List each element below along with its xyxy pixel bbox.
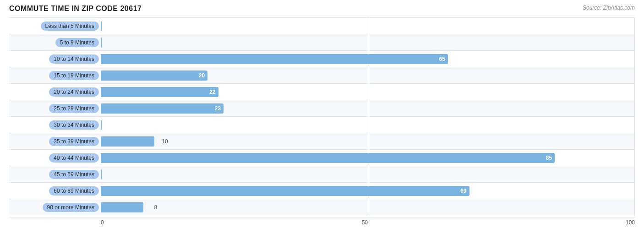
bar-track	[101, 34, 635, 50]
bar-fill	[101, 38, 102, 48]
bar-fill: 20	[101, 71, 207, 81]
bar-row: 30 to 34 Minutes	[9, 116, 635, 133]
bar-value: 69	[460, 188, 466, 194]
bar-track: 22	[101, 84, 635, 100]
bar-label: 60 to 89 Minutes	[49, 186, 99, 196]
bar-label: 10 to 14 Minutes	[49, 54, 99, 64]
bar-value: 10	[162, 138, 168, 145]
chart-title: COMMUTE TIME IN ZIP CODE 20617	[9, 5, 142, 13]
bar-row: 25 to 29 Minutes23	[9, 100, 635, 116]
bar-track: 20	[101, 67, 635, 83]
bar-fill: 10	[101, 136, 154, 147]
bar-track: 10	[101, 133, 635, 149]
bar-fill	[101, 120, 102, 130]
bar-row: 5 to 9 Minutes	[9, 34, 635, 50]
bar-track	[101, 166, 635, 182]
bar-row: 60 to 89 Minutes69	[9, 182, 635, 199]
bar-row: Less than 5 Minutes	[9, 17, 635, 34]
chart-source: Source: ZipAtlas.com	[583, 5, 635, 11]
bar-label: 20 to 24 Minutes	[49, 87, 99, 97]
bar-fill: 8	[101, 202, 143, 212]
bar-row: 90 or more Minutes8	[9, 199, 635, 215]
x-axis-label: 100	[626, 219, 635, 226]
bar-row: 10 to 14 Minutes65	[9, 50, 635, 67]
bar-label: 5 to 9 Minutes	[55, 38, 99, 47]
bar-fill: 69	[101, 186, 469, 196]
bar-value: 20	[199, 72, 205, 79]
bar-row: 35 to 39 Minutes10	[9, 133, 635, 149]
bar-label: 90 or more Minutes	[43, 203, 99, 212]
bar-label: 25 to 29 Minutes	[49, 104, 99, 113]
bar-row: 45 to 59 Minutes	[9, 166, 635, 182]
x-axis-label: 50	[362, 219, 368, 226]
bar-value: 22	[209, 89, 215, 95]
bar-fill: 22	[101, 87, 218, 97]
x-axis-labels: 050100	[101, 217, 635, 226]
bar-fill: 85	[101, 153, 555, 163]
bar-label: 15 to 19 Minutes	[49, 71, 99, 80]
bar-row: 40 to 44 Minutes85	[9, 149, 635, 166]
bar-track: 85	[101, 150, 635, 166]
bar-value: 85	[546, 155, 552, 161]
bar-track: 8	[101, 199, 635, 215]
chart-area: Less than 5 Minutes5 to 9 Minutes10 to 1…	[9, 17, 635, 215]
bar-track: 65	[101, 51, 635, 67]
bar-fill	[101, 21, 102, 31]
bar-label: 45 to 59 Minutes	[49, 170, 99, 179]
bar-track	[101, 117, 635, 133]
bar-fill: 23	[101, 103, 224, 114]
x-axis-row: 050100	[9, 217, 635, 226]
bar-value: 65	[439, 56, 445, 62]
bar-label: Less than 5 Minutes	[41, 22, 99, 31]
bar-row: 20 to 24 Minutes22	[9, 83, 635, 100]
bar-label: 30 to 34 Minutes	[49, 120, 99, 130]
bar-track: 23	[101, 100, 635, 116]
bar-value: 23	[215, 105, 221, 112]
bar-row: 15 to 19 Minutes20	[9, 67, 635, 83]
bar-label: 35 to 39 Minutes	[49, 137, 99, 146]
x-axis-label: 0	[101, 219, 104, 226]
bar-track	[101, 18, 635, 34]
bar-fill	[101, 169, 102, 179]
bar-track: 69	[101, 183, 635, 199]
bar-label: 40 to 44 Minutes	[49, 153, 99, 163]
bar-fill: 65	[101, 54, 448, 64]
bar-value: 8	[154, 204, 158, 211]
